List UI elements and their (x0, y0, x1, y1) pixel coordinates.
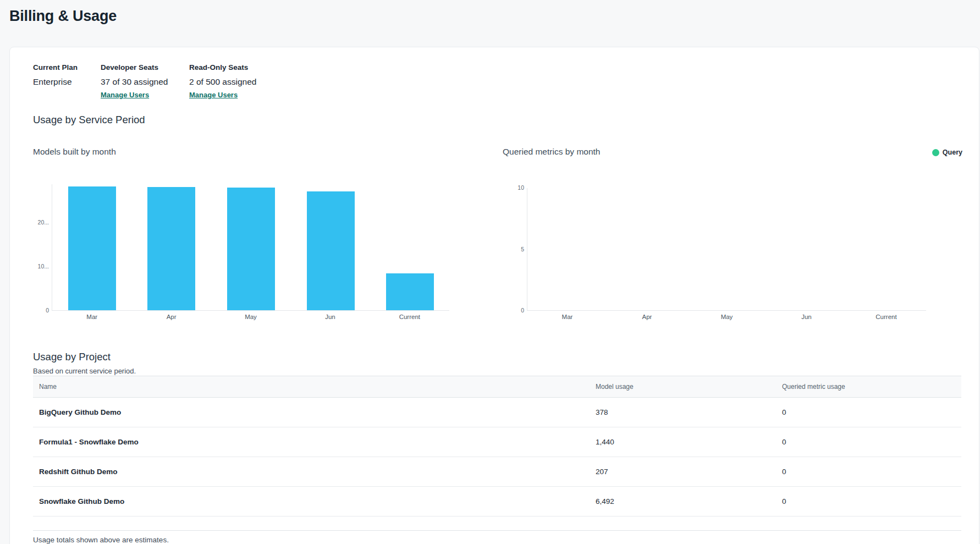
current-plan-value: Enterprise (33, 77, 78, 87)
service-period-section-title: Usage by Service Period (33, 114, 145, 126)
bar-apr (147, 187, 195, 310)
read-only-seats-stat: Read-Only Seats 2 of 500 assigned Manage… (189, 63, 256, 100)
project-name-cell: Formula1 - Snowflake Demo (33, 438, 596, 446)
read-only-seats-label: Read-Only Seats (189, 63, 256, 72)
read-only-seats-value: 2 of 500 assigned (189, 77, 256, 87)
model-usage-cell: 1,440 (596, 438, 782, 446)
usage-footer-note: Usage totals shown above are estimates. (33, 536, 169, 544)
x-axis-label: Jun (767, 314, 846, 320)
queried-metric-usage-cell: 0 (782, 468, 961, 476)
column-header-name: Name (33, 383, 596, 391)
y-axis-tick-label: 10... (27, 262, 49, 270)
project-section-subtitle: Based on current service period. (33, 367, 136, 375)
queried-metric-usage-cell: 0 (782, 438, 961, 446)
query-legend-dot-icon (932, 149, 939, 156)
column-header-model-usage: Model usage (596, 383, 782, 391)
table-row: Formula1 - Snowflake Demo 1,440 0 (33, 427, 961, 457)
query-legend-label: Query (943, 149, 962, 156)
bar-jun (307, 191, 355, 310)
project-name-cell: BigQuery Github Demo (33, 408, 596, 416)
x-axis-label: Jun (290, 314, 370, 320)
query-legend[interactable]: Query (932, 149, 962, 156)
y-axis-tick-label: 5 (502, 245, 524, 253)
x-axis-label: Current (846, 314, 926, 320)
x-axis-label: May (211, 314, 290, 320)
metrics-chart-x-axis: Mar Apr May Jun Current (527, 314, 926, 320)
column-header-queried-metric-usage: Queried metric usage (782, 383, 961, 391)
models-chart-x-axis: Mar Apr May Jun Current (52, 314, 449, 320)
queried-metric-usage-cell: 0 (782, 497, 961, 505)
x-axis-label: Mar (527, 314, 607, 320)
bar-mar (68, 186, 116, 310)
model-usage-cell: 6,492 (596, 497, 782, 505)
developer-seats-value: 37 of 30 assigned (101, 77, 168, 87)
x-axis-label: Apr (607, 314, 687, 320)
queried-metric-usage-cell: 0 (782, 408, 961, 416)
y-axis-tick-label: 20... (27, 218, 49, 226)
models-chart-title: Models built by month (33, 147, 116, 157)
project-name-cell: Snowflake Github Demo (33, 497, 596, 505)
x-axis-label: Mar (52, 314, 131, 320)
project-name-cell: Redshift Github Demo (33, 468, 596, 476)
table-row: Redshift Github Demo 207 0 (33, 457, 961, 487)
x-axis-label: Apr (131, 314, 211, 320)
x-axis-label: May (687, 314, 767, 320)
y-axis-tick-label: 0 (27, 306, 49, 314)
model-usage-cell: 378 (596, 408, 782, 416)
table-row: Snowflake Github Demo 6,492 0 (33, 487, 961, 516)
model-usage-cell: 207 (596, 468, 782, 476)
current-plan-stat: Current Plan Enterprise (33, 63, 78, 87)
metrics-chart-title: Queried metrics by month (503, 147, 600, 157)
bar-may (227, 188, 275, 310)
project-section-title: Usage by Project (33, 351, 111, 363)
table-row: BigQuery Github Demo 378 0 (33, 398, 961, 427)
bar-current (386, 273, 434, 310)
manage-developer-users-link[interactable]: Manage Users (101, 91, 149, 99)
x-axis-label: Current (370, 314, 449, 320)
y-axis-tick-label: 0 (502, 306, 524, 314)
manage-read-only-users-link[interactable]: Manage Users (189, 91, 238, 99)
billing-usage-card: Current Plan Enterprise Developer Seats … (9, 47, 979, 544)
models-built-chart: 20... 10... 0 Mar Apr May Jun Current (52, 184, 449, 311)
page-title: Billing & Usage (9, 8, 117, 25)
queried-metrics-chart: 10 5 0 Mar Apr May Jun Current (527, 188, 926, 311)
usage-table-header: Name Model usage Queried metric usage (33, 376, 961, 398)
y-axis-tick-label: 10 (502, 184, 524, 191)
developer-seats-stat: Developer Seats 37 of 30 assigned Manage… (101, 63, 168, 100)
developer-seats-label: Developer Seats (101, 63, 168, 72)
current-plan-label: Current Plan (33, 63, 78, 72)
usage-table-body: BigQuery Github Demo 378 0 Formula1 - Sn… (33, 398, 961, 516)
usage-table-footer-row (33, 516, 961, 531)
usage-table: Name Model usage Queried metric usage Bi… (33, 376, 961, 531)
